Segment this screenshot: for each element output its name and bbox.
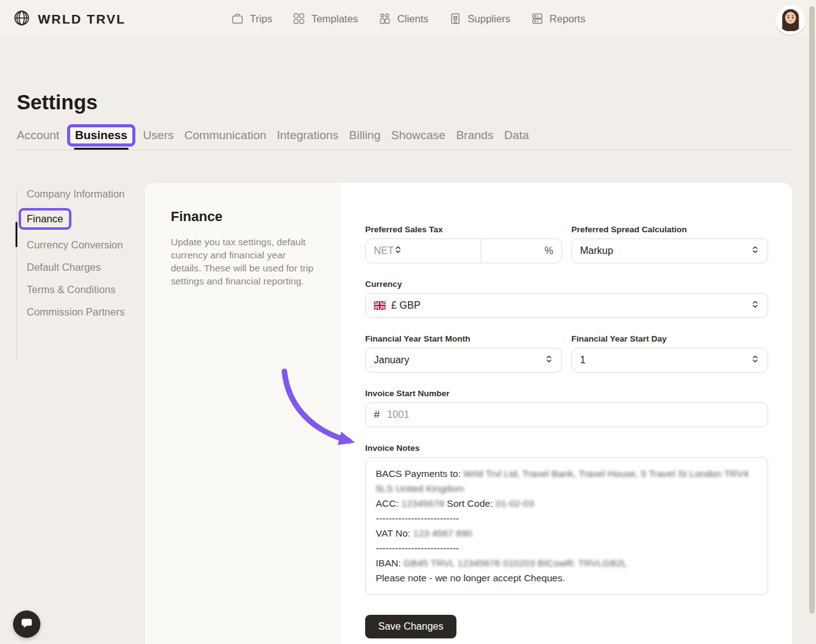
people-icon	[378, 12, 392, 25]
tab-brands[interactable]: Brands	[456, 129, 493, 142]
invoice-notes-textarea[interactable]: BACS Payments to: Wrld Trvl Ltd, Travel …	[365, 457, 768, 595]
notes-text: --------------------------	[376, 543, 459, 553]
spread-select[interactable]: Markup	[571, 238, 768, 263]
tab-account[interactable]: Account	[17, 129, 60, 142]
sidebar-item-terms-conditions[interactable]: Terms & Conditions	[16, 283, 137, 297]
sidebar-items: Company InformationFinanceCurrency Conve…	[16, 187, 137, 319]
chevron-updown-icon	[394, 245, 402, 256]
notes-text: VAT No:	[376, 528, 413, 538]
globe-icon	[12, 9, 31, 30]
nav-item-label: Suppliers	[468, 13, 510, 25]
notes-text: IBAN:	[376, 558, 404, 568]
invoice-notes-line: --------------------------	[376, 511, 758, 526]
sales-tax-percent-field: %	[481, 239, 561, 263]
nav-item-templates[interactable]: Templates	[292, 12, 358, 25]
redacted-text: GB45 TRVL 12345678 010203 BICswift: TRVL…	[404, 558, 627, 568]
briefcase-icon	[230, 12, 244, 25]
tabs-divider	[17, 150, 792, 150]
invoice-start-input[interactable]	[387, 409, 759, 420]
nav-item-label: Clients	[397, 13, 428, 25]
sales-tax-value: NET	[374, 245, 394, 256]
nav-item-label: Reports	[550, 13, 586, 25]
nav-item-reports[interactable]: Reports	[530, 12, 586, 25]
sidebar-item-commission-partners[interactable]: Commission Partners	[16, 305, 137, 319]
nav-item-suppliers[interactable]: Suppliers	[448, 12, 510, 25]
tab-showcase[interactable]: Showcase	[391, 129, 446, 142]
percent-suffix: %	[545, 245, 553, 256]
tab-business[interactable]: Business	[67, 124, 135, 147]
sales-tax-select[interactable]: NET	[366, 239, 481, 263]
page-title: Settings	[17, 91, 97, 114]
invoice-notes-line: IBAN: GB45 TRVL 12345678 010203 BICswift…	[376, 556, 758, 571]
tab-users[interactable]: Users	[143, 129, 174, 142]
reports-icon	[530, 12, 544, 25]
tab-billing[interactable]: Billing	[349, 129, 381, 142]
save-changes-button[interactable]: Save Changes	[365, 615, 456, 638]
invoice-notes-line: --------------------------	[376, 541, 758, 556]
brand: WRLD TRVL	[12, 0, 125, 38]
chevron-updown-icon	[751, 245, 759, 256]
tab-integrations[interactable]: Integrations	[277, 129, 338, 142]
fy-day-value: 1	[580, 355, 751, 366]
sidebar-active-highlight: Finance	[19, 208, 71, 230]
nav-item-label: Templates	[311, 13, 358, 25]
sidebar-item-default-charges[interactable]: Default Charges	[16, 260, 137, 274]
fy-month-select[interactable]: January	[365, 348, 562, 373]
sidebar-item-company-information[interactable]: Company Information	[16, 187, 137, 201]
sidebar-rail	[16, 189, 17, 361]
settings-tabs: AccountBusinessUsersCommunicationIntegra…	[17, 123, 529, 148]
invoice-notes-line: BACS Payments to: Wrld Trvl Ltd, Travel …	[376, 466, 758, 496]
nav-item-clients[interactable]: Clients	[378, 12, 428, 25]
redacted-text: 12345678	[401, 498, 444, 509]
finance-settings-card: Finance Update you tax settings, default…	[144, 182, 793, 644]
chevron-updown-icon	[751, 355, 759, 366]
redacted-text: 123 4567 890	[413, 528, 472, 538]
fy-day-label: Financial Year Start Day	[571, 334, 768, 343]
top-nav: TripsTemplatesClientsSuppliersReports	[230, 12, 585, 25]
avatar-image-icon	[776, 4, 805, 35]
fy-month-label: Financial Year Start Month	[365, 334, 562, 343]
invoice-notes-line: VAT No: 123 4567 890	[376, 526, 758, 541]
sidebar-active-indicator	[16, 222, 17, 247]
fy-month-value: January	[374, 355, 545, 366]
invoice-notes-label: Invoice Notes	[365, 443, 768, 453]
notes-text: Sort Code:	[444, 498, 496, 509]
sidebar-item-currency-conversion[interactable]: Currency Conversion	[16, 238, 137, 252]
finance-form: Preferred Sales Tax NET %	[340, 183, 792, 644]
currency-label: Currency	[365, 279, 768, 289]
sidebar-item-finance[interactable]: Finance	[16, 209, 137, 229]
settings-sidebar: Company InformationFinanceCurrency Conve…	[16, 187, 137, 327]
brand-name: WRLD TRVL	[38, 12, 125, 27]
notes-text: ACC:	[376, 498, 401, 509]
invoice-notes-line: ACC: 12345678 Sort Code: 01-02-03	[376, 496, 758, 511]
spread-label: Preferred Spread Calculation	[571, 225, 768, 234]
hash-icon: #	[374, 409, 379, 421]
notes-text: --------------------------	[376, 513, 459, 524]
section-description: Update you tax settings, default currenc…	[171, 235, 315, 288]
invoice-start-field: #	[365, 402, 768, 427]
section-title: Finance	[171, 209, 315, 225]
redacted-text: 01-02-03	[496, 498, 534, 509]
invoice-notes-line: Please note - we no longer accept Cheque…	[376, 571, 758, 586]
grid-icon	[292, 12, 306, 25]
fy-day-select[interactable]: 1	[571, 348, 768, 373]
tab-communication[interactable]: Communication	[184, 129, 266, 142]
spread-value: Markup	[580, 245, 751, 256]
section-description-panel: Finance Update you tax settings, default…	[145, 183, 340, 644]
sales-tax-group: NET %	[365, 238, 562, 263]
chat-bubble-icon	[20, 616, 34, 632]
chevron-updown-icon	[545, 355, 553, 366]
user-avatar[interactable]	[775, 4, 806, 35]
notes-text: Please note - we no longer accept Cheque…	[376, 573, 565, 583]
sales-tax-label: Preferred Sales Tax	[365, 225, 562, 234]
uk-flag-icon	[374, 301, 386, 310]
chat-widget-button[interactable]	[13, 610, 40, 638]
tab-data[interactable]: Data	[504, 129, 529, 142]
nav-item-trips[interactable]: Trips	[230, 12, 272, 25]
chevron-updown-icon	[751, 300, 759, 311]
top-bar: WRLD TRVL TripsTemplatesClientsSuppliers…	[0, 0, 816, 38]
sales-tax-percent-input[interactable]	[489, 245, 541, 256]
nav-item-label: Trips	[250, 13, 272, 25]
page-scrollbar[interactable]	[809, 6, 815, 614]
currency-select[interactable]: £ GBP	[365, 293, 768, 318]
